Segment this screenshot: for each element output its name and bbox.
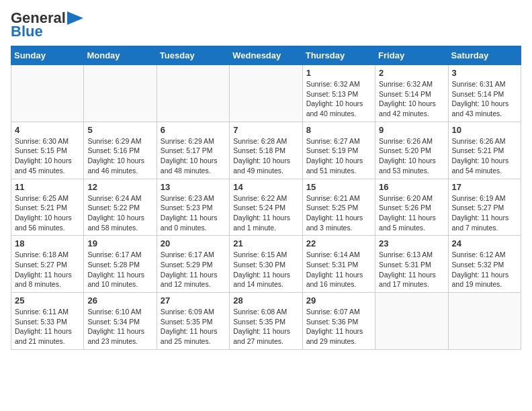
day-info: Sunrise: 6:29 AM Sunset: 5:17 PM Dayligh… [161, 136, 226, 176]
calendar-cell: 16Sunrise: 6:20 AM Sunset: 5:26 PM Dayli… [375, 179, 448, 236]
calendar-cell: 8Sunrise: 6:27 AM Sunset: 5:19 PM Daylig… [302, 122, 375, 179]
calendar-cell: 19Sunrise: 6:17 AM Sunset: 5:28 PM Dayli… [84, 236, 157, 293]
day-info: Sunrise: 6:14 AM Sunset: 5:31 PM Dayligh… [306, 250, 371, 289]
day-number: 10 [452, 125, 517, 135]
day-info: Sunrise: 6:15 AM Sunset: 5:30 PM Dayligh… [233, 250, 298, 289]
calendar-cell: 20Sunrise: 6:17 AM Sunset: 5:29 PM Dayli… [157, 236, 229, 293]
day-info: Sunrise: 6:13 AM Sunset: 5:31 PM Dayligh… [379, 250, 444, 289]
day-number: 9 [379, 125, 444, 135]
calendar-cell [448, 293, 521, 350]
day-info: Sunrise: 6:11 AM Sunset: 5:33 PM Dayligh… [15, 307, 80, 347]
day-info: Sunrise: 6:32 AM Sunset: 5:13 PM Dayligh… [306, 79, 371, 119]
day-info: Sunrise: 6:09 AM Sunset: 5:35 PM Dayligh… [161, 307, 226, 347]
day-info: Sunrise: 6:31 AM Sunset: 5:14 PM Dayligh… [452, 79, 517, 119]
day-info: Sunrise: 6:26 AM Sunset: 5:20 PM Dayligh… [379, 136, 444, 176]
calendar-cell: 29Sunrise: 6:07 AM Sunset: 5:36 PM Dayli… [302, 293, 375, 350]
day-number: 4 [15, 125, 80, 135]
day-number: 8 [306, 125, 371, 135]
day-info: Sunrise: 6:19 AM Sunset: 5:27 PM Dayligh… [452, 193, 517, 233]
page-header: General Blue [11, 11, 521, 40]
day-number: 17 [452, 182, 517, 192]
day-number: 1 [306, 68, 371, 78]
column-header-monday: Monday [84, 46, 157, 65]
column-header-wednesday: Wednesday [230, 46, 302, 65]
calendar-cell: 23Sunrise: 6:13 AM Sunset: 5:31 PM Dayli… [375, 236, 448, 293]
calendar-cell [157, 65, 229, 122]
calendar-cell [375, 293, 448, 350]
calendar-cell [84, 65, 157, 122]
day-info: Sunrise: 6:30 AM Sunset: 5:15 PM Dayligh… [15, 136, 80, 176]
day-info: Sunrise: 6:27 AM Sunset: 5:19 PM Dayligh… [306, 136, 371, 176]
day-info: Sunrise: 6:23 AM Sunset: 5:23 PM Dayligh… [161, 193, 226, 233]
day-number: 20 [161, 238, 226, 248]
day-info: Sunrise: 6:32 AM Sunset: 5:14 PM Dayligh… [379, 79, 444, 119]
day-info: Sunrise: 6:20 AM Sunset: 5:26 PM Dayligh… [379, 193, 444, 233]
calendar-cell: 1Sunrise: 6:32 AM Sunset: 5:13 PM Daylig… [302, 65, 375, 122]
calendar-cell: 9Sunrise: 6:26 AM Sunset: 5:20 PM Daylig… [375, 122, 448, 179]
day-info: Sunrise: 6:21 AM Sunset: 5:25 PM Dayligh… [306, 193, 371, 233]
calendar-week-4: 18Sunrise: 6:18 AM Sunset: 5:27 PM Dayli… [11, 236, 521, 293]
day-number: 5 [87, 125, 152, 135]
day-info: Sunrise: 6:07 AM Sunset: 5:36 PM Dayligh… [306, 307, 371, 347]
day-info: Sunrise: 6:22 AM Sunset: 5:24 PM Dayligh… [233, 193, 298, 233]
calendar-cell [11, 65, 84, 122]
day-number: 2 [379, 68, 444, 78]
day-number: 24 [452, 238, 517, 248]
day-number: 16 [379, 182, 444, 192]
column-header-sunday: Sunday [11, 46, 84, 65]
calendar-cell: 13Sunrise: 6:23 AM Sunset: 5:23 PM Dayli… [157, 179, 229, 236]
calendar-cell: 12Sunrise: 6:24 AM Sunset: 5:22 PM Dayli… [84, 179, 157, 236]
calendar-cell: 28Sunrise: 6:08 AM Sunset: 5:35 PM Dayli… [230, 293, 302, 350]
calendar-cell: 11Sunrise: 6:25 AM Sunset: 5:21 PM Dayli… [11, 179, 84, 236]
svg-marker-0 [67, 11, 83, 25]
calendar-cell: 26Sunrise: 6:10 AM Sunset: 5:34 PM Dayli… [84, 293, 157, 350]
logo-arrow-icon [67, 11, 83, 25]
day-info: Sunrise: 6:10 AM Sunset: 5:34 PM Dayligh… [87, 307, 152, 347]
column-header-saturday: Saturday [448, 46, 521, 65]
column-header-friday: Friday [375, 46, 448, 65]
day-number: 13 [161, 182, 226, 192]
calendar-cell: 18Sunrise: 6:18 AM Sunset: 5:27 PM Dayli… [11, 236, 84, 293]
calendar-cell: 3Sunrise: 6:31 AM Sunset: 5:14 PM Daylig… [448, 65, 521, 122]
day-number: 25 [15, 295, 80, 306]
day-info: Sunrise: 6:12 AM Sunset: 5:32 PM Dayligh… [452, 250, 517, 289]
calendar-cell: 7Sunrise: 6:28 AM Sunset: 5:18 PM Daylig… [230, 122, 302, 179]
logo-blue: Blue [11, 23, 43, 40]
calendar-cell [230, 65, 302, 122]
day-number: 6 [161, 125, 226, 135]
calendar-cell: 17Sunrise: 6:19 AM Sunset: 5:27 PM Dayli… [448, 179, 521, 236]
calendar-cell: 2Sunrise: 6:32 AM Sunset: 5:14 PM Daylig… [375, 65, 448, 122]
calendar-cell: 6Sunrise: 6:29 AM Sunset: 5:17 PM Daylig… [157, 122, 229, 179]
calendar-cell: 4Sunrise: 6:30 AM Sunset: 5:15 PM Daylig… [11, 122, 84, 179]
calendar-week-2: 4Sunrise: 6:30 AM Sunset: 5:15 PM Daylig… [11, 122, 521, 179]
calendar-table: SundayMondayTuesdayWednesdayThursdayFrid… [11, 46, 521, 350]
column-header-tuesday: Tuesday [157, 46, 229, 65]
calendar-cell: 21Sunrise: 6:15 AM Sunset: 5:30 PM Dayli… [230, 236, 302, 293]
calendar-cell: 24Sunrise: 6:12 AM Sunset: 5:32 PM Dayli… [448, 236, 521, 293]
day-info: Sunrise: 6:25 AM Sunset: 5:21 PM Dayligh… [15, 193, 80, 233]
day-number: 28 [233, 295, 298, 306]
day-number: 7 [233, 125, 298, 135]
day-number: 26 [87, 295, 152, 306]
calendar-cell: 22Sunrise: 6:14 AM Sunset: 5:31 PM Dayli… [302, 236, 375, 293]
day-number: 21 [233, 238, 298, 248]
day-number: 29 [306, 295, 371, 306]
day-info: Sunrise: 6:08 AM Sunset: 5:35 PM Dayligh… [233, 307, 298, 347]
calendar-cell: 25Sunrise: 6:11 AM Sunset: 5:33 PM Dayli… [11, 293, 84, 350]
calendar-cell: 10Sunrise: 6:26 AM Sunset: 5:21 PM Dayli… [448, 122, 521, 179]
day-info: Sunrise: 6:18 AM Sunset: 5:27 PM Dayligh… [15, 250, 80, 289]
day-number: 14 [233, 182, 298, 192]
calendar-header-row: SundayMondayTuesdayWednesdayThursdayFrid… [11, 46, 521, 65]
day-info: Sunrise: 6:29 AM Sunset: 5:16 PM Dayligh… [87, 136, 152, 176]
day-info: Sunrise: 6:17 AM Sunset: 5:28 PM Dayligh… [87, 250, 152, 289]
day-number: 12 [87, 182, 152, 192]
calendar-cell: 5Sunrise: 6:29 AM Sunset: 5:16 PM Daylig… [84, 122, 157, 179]
day-number: 11 [15, 182, 80, 192]
calendar-cell: 27Sunrise: 6:09 AM Sunset: 5:35 PM Dayli… [157, 293, 229, 350]
calendar-week-5: 25Sunrise: 6:11 AM Sunset: 5:33 PM Dayli… [11, 293, 521, 350]
day-number: 19 [87, 238, 152, 248]
day-number: 27 [161, 295, 226, 306]
day-info: Sunrise: 6:24 AM Sunset: 5:22 PM Dayligh… [87, 193, 152, 233]
day-info: Sunrise: 6:28 AM Sunset: 5:18 PM Dayligh… [233, 136, 298, 176]
calendar-cell: 14Sunrise: 6:22 AM Sunset: 5:24 PM Dayli… [230, 179, 302, 236]
